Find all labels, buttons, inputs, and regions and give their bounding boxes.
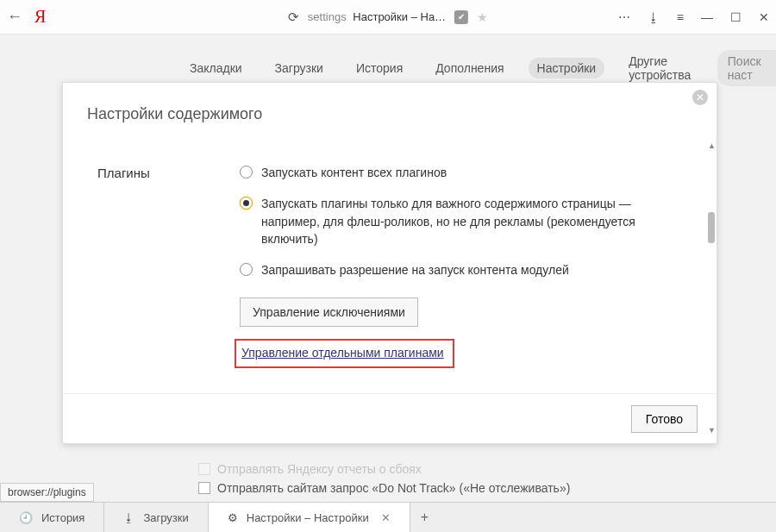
radio-run-all[interactable]: Запускать контент всех плагинов	[240, 164, 672, 181]
radio-label: Запускать контент всех плагинов	[261, 164, 447, 181]
tab-settings[interactable]: Настройки	[529, 58, 605, 78]
downloads-icon[interactable]: ⭳	[648, 10, 660, 24]
modal-body: Плагины Запускать контент всех плагинов …	[63, 143, 706, 383]
tab-label: Настройки – Настройки	[247, 511, 369, 524]
window-minimize-icon[interactable]: —	[701, 10, 713, 24]
modal-footer: Готово	[63, 393, 717, 443]
page-title: Настройки – На…	[353, 10, 446, 23]
yandex-logo[interactable]: Я	[34, 7, 46, 27]
status-url: browser://plugins	[0, 483, 94, 502]
scroll-up-icon[interactable]: ▲	[708, 141, 716, 150]
section-label: Плагины	[97, 164, 240, 368]
titlebar-left: ← Я	[7, 7, 46, 27]
radio-icon[interactable]	[240, 166, 253, 178]
manage-plugins-link[interactable]: Управление отдельными плагинами	[241, 346, 444, 360]
bookmark-star-icon[interactable]: ★	[477, 10, 488, 24]
settings-tabs: Закладки Загрузки История Дополнения Нас…	[0, 50, 776, 86]
menu-icon[interactable]: ≡	[677, 10, 684, 24]
modal-scrollbar[interactable]: ▲ ▼	[710, 143, 715, 436]
radio-ask[interactable]: Запрашивать разрешение на запуск контент…	[240, 261, 672, 279]
background-options: Отправлять Яндексу отчеты о сбоях Отправ…	[198, 457, 570, 495]
titlebar-right: ⋯ ⭳ ≡ — ☐ ✕	[618, 10, 769, 24]
address-display[interactable]: ⟳ settings Настройки – На… ✔ ★	[288, 9, 488, 25]
tabstrip-downloads[interactable]: ⭳ Загрузки	[104, 503, 208, 532]
bg-row-label: Отправлять Яндексу отчеты о сбоях	[217, 462, 422, 476]
radio-icon[interactable]	[240, 197, 253, 210]
modal-close-icon[interactable]: ✕	[692, 90, 708, 105]
bg-row-label: Отправлять сайтам запрос «Do Not Track» …	[217, 481, 570, 495]
highlight-annotation: Управление отдельными плагинами	[235, 339, 454, 368]
clock-icon: 🕘	[19, 511, 33, 524]
tab-close-icon[interactable]: ✕	[381, 511, 391, 524]
manage-exceptions-button[interactable]: Управление исключениями	[240, 297, 418, 327]
window-close-icon[interactable]: ✕	[759, 10, 769, 24]
tab-bookmarks[interactable]: Закладки	[181, 58, 251, 78]
bg-row-crash-reports[interactable]: Отправлять Яндексу отчеты о сбоях	[198, 462, 570, 476]
radio-icon[interactable]	[240, 263, 253, 276]
back-button[interactable]: ←	[7, 8, 22, 26]
download-icon: ⭳	[123, 511, 135, 524]
tab-downloads[interactable]: Загрузки	[266, 58, 332, 78]
tab-label: История	[41, 511, 84, 524]
gear-icon: ⚙	[228, 511, 238, 524]
plugins-link-row: Управление отдельными плагинами	[240, 339, 672, 368]
modal-title: Настройки содержимого	[63, 83, 717, 123]
radio-label: Запускать плагины только для важного сод…	[261, 195, 672, 247]
tab-label: Загрузки	[143, 511, 188, 524]
titlebar: ← Я ⟳ settings Настройки – На… ✔ ★ ⋯ ⭳ ≡…	[0, 0, 776, 34]
more-icon[interactable]: ⋯	[618, 10, 630, 24]
checkbox-icon[interactable]	[198, 463, 210, 475]
url-prefix: settings	[308, 10, 347, 23]
tab-extensions[interactable]: Дополнения	[427, 58, 512, 78]
tabstrip-settings[interactable]: ⚙ Настройки – Настройки ✕	[209, 503, 410, 532]
checkbox-icon[interactable]	[198, 482, 210, 494]
settings-search[interactable]: Поиск наст	[717, 50, 776, 86]
reload-icon[interactable]: ⟳	[288, 9, 299, 25]
radio-important-only[interactable]: Запускать плагины только для важного сод…	[240, 195, 672, 247]
radio-label: Запрашивать разрешение на запуск контент…	[261, 261, 569, 279]
tabstrip-history[interactable]: 🕘 История	[0, 503, 104, 532]
content-settings-modal: ✕ Настройки содержимого Плагины Запускат…	[62, 82, 717, 444]
bg-row-dnt[interactable]: Отправлять сайтам запрос «Do Not Track» …	[198, 481, 570, 495]
plugins-section: Плагины Запускать контент всех плагинов …	[63, 143, 706, 368]
section-content: Запускать контент всех плагинов Запускат…	[240, 164, 672, 368]
tab-history[interactable]: История	[347, 58, 411, 78]
done-button[interactable]: Готово	[631, 405, 698, 433]
tabstrip: 🕘 История ⭳ Загрузки ⚙ Настройки – Настр…	[0, 502, 776, 532]
new-tab-button[interactable]: +	[410, 503, 439, 532]
tab-other-devices[interactable]: Другие устройства	[620, 51, 702, 85]
window-maximize-icon[interactable]: ☐	[730, 10, 742, 24]
scroll-thumb[interactable]	[708, 212, 715, 243]
protect-icon[interactable]: ✔	[454, 10, 468, 24]
